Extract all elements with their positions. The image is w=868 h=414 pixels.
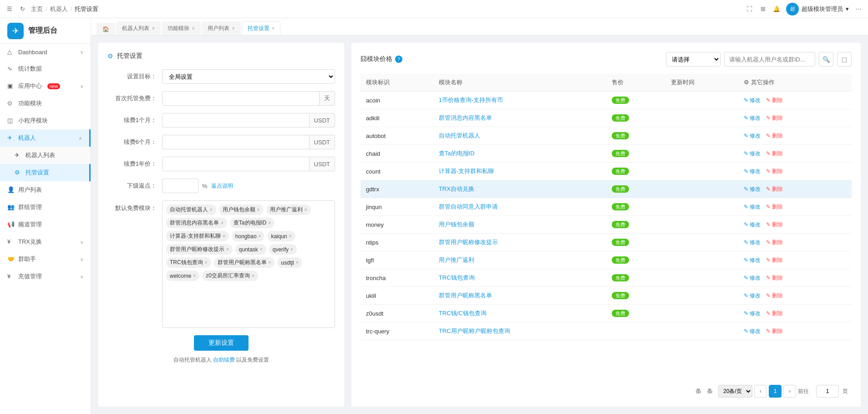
delete-link[interactable]: 删除	[766, 186, 783, 192]
tag-delete[interactable]: ×	[252, 273, 254, 278]
search-button[interactable]: 🔍	[819, 52, 833, 66]
page-size-select[interactable]: 20条/页 10条/页 50条/页	[718, 385, 752, 398]
delete-link[interactable]: 删除	[766, 221, 783, 228]
tab-hosting-close[interactable]: ×	[272, 26, 275, 31]
free-modules-container[interactable]: 自动托管机器人×用户钱包余额×用户推广返利×群管消息内容黑名单×查Ta的电报ID…	[162, 200, 335, 328]
edit-link[interactable]: 修改	[744, 133, 761, 139]
update-button[interactable]: 更新设置	[194, 335, 249, 351]
tag-delete[interactable]: ×	[269, 260, 271, 265]
edit-link[interactable]: 修改	[744, 275, 761, 281]
breadcrumb-robot[interactable]: 机器人	[50, 5, 68, 13]
sidebar-item-hosting[interactable]: ⚙ 托管设置	[0, 164, 91, 181]
prev-page-btn[interactable]: ‹	[754, 385, 767, 398]
renew1m-input[interactable]: 5	[162, 113, 310, 128]
tag-delete[interactable]: ×	[257, 207, 260, 212]
tab-hosting[interactable]: 托管设置 ×	[242, 21, 281, 35]
search-input[interactable]	[724, 52, 815, 66]
edit-link[interactable]: 修改	[744, 239, 761, 245]
refresh-icon[interactable]: ↻	[18, 5, 26, 13]
export-button[interactable]: ⬚	[837, 52, 852, 66]
edit-link[interactable]: 修改	[744, 292, 761, 299]
delete-link[interactable]: 删除	[766, 328, 783, 334]
tab-func-module[interactable]: 功能模块 ×	[162, 21, 201, 35]
tag-delete[interactable]: ×	[290, 247, 293, 252]
delete-link[interactable]: 删除	[766, 310, 783, 317]
sidebar-item-channel[interactable]: 📢 频道管理	[0, 216, 91, 233]
sidebar-item-mini-module[interactable]: ◫ 小程序模块	[0, 112, 91, 129]
module-link[interactable]: 群管用户昵称修改提示	[439, 239, 498, 245]
sidebar-item-stats[interactable]: ∿ 统计数据	[0, 60, 91, 77]
first-free-input[interactable]: 2	[162, 91, 320, 106]
tab-robot-list[interactable]: 机器人列表 ×	[116, 21, 161, 35]
edit-link[interactable]: 修改	[744, 310, 761, 317]
tag-delete[interactable]: ×	[226, 247, 229, 252]
delete-link[interactable]: 删除	[766, 150, 783, 157]
search-select[interactable]: 请选择	[666, 52, 721, 66]
target-select[interactable]: 全局设置	[162, 69, 335, 84]
tag-delete[interactable]: ×	[296, 260, 299, 265]
module-link[interactable]: TRC钱/C钱包查询	[439, 310, 487, 317]
tag-delete[interactable]: ×	[205, 260, 208, 265]
tag-delete[interactable]: ×	[289, 234, 292, 239]
tab-func-close[interactable]: ×	[192, 26, 195, 31]
sidebar-item-func-module[interactable]: ⊙ 功能模块	[0, 95, 91, 112]
renew1y-input[interactable]: 50	[162, 157, 310, 171]
edit-link[interactable]: 修改	[744, 257, 761, 263]
tag-delete[interactable]: ×	[193, 273, 196, 278]
delete-link[interactable]: 删除	[766, 204, 783, 210]
delete-link[interactable]: 删除	[766, 168, 783, 174]
tag-delete[interactable]: ×	[223, 234, 225, 239]
user-menu[interactable]: 超 超级模块管理员 ▾	[786, 3, 849, 15]
tab-home[interactable]: 🏠	[96, 23, 115, 35]
sidebar-item-robot-list[interactable]: ✈ 机器人列表	[0, 147, 91, 164]
sidebar-item-group-helper[interactable]: 🤝 群助手 ∨	[0, 250, 91, 268]
tag-delete[interactable]: ×	[210, 207, 213, 212]
module-link[interactable]: 群管自动同意入群申请	[439, 203, 498, 210]
module-link[interactable]: 用户钱包余额	[439, 221, 474, 228]
delete-link[interactable]: 删除	[766, 275, 783, 281]
breadcrumb-home[interactable]: 主页	[31, 5, 43, 13]
expand-icon[interactable]: ⛶	[745, 5, 753, 13]
module-link[interactable]: 计算器-支持群和私聊	[439, 168, 494, 174]
rebate-input[interactable]: 80	[162, 179, 198, 193]
renew6m-input[interactable]: 25	[162, 135, 310, 149]
goto-page-input[interactable]	[816, 385, 839, 398]
edit-link[interactable]: 修改	[744, 150, 761, 157]
tab-robot-list-close[interactable]: ×	[152, 26, 155, 31]
delete-link[interactable]: 删除	[766, 97, 783, 103]
tag-delete[interactable]: ×	[259, 234, 261, 239]
sidebar-item-app-center[interactable]: ▣ 应用中心 new ∨	[0, 77, 91, 95]
edit-link[interactable]: 修改	[744, 115, 761, 121]
bell-icon[interactable]: 🔔	[772, 5, 781, 13]
sidebar-item-recharge[interactable]: ¥ 充值管理 ∨	[0, 268, 91, 285]
delete-link[interactable]: 删除	[766, 133, 783, 139]
edit-link[interactable]: 修改	[744, 328, 761, 334]
module-link[interactable]: TRX自动兑换	[439, 185, 474, 192]
edit-link[interactable]: 修改	[744, 204, 761, 210]
next-page-btn[interactable]: ›	[783, 385, 796, 398]
sidebar-item-trx[interactable]: ¥ TRX兑换 ∨	[0, 233, 91, 250]
delete-link[interactable]: 删除	[766, 239, 783, 245]
rebate-link[interactable]: 返点说明	[211, 182, 233, 190]
module-link[interactable]: 群管消息内容黑名单	[439, 114, 492, 121]
page-1-btn[interactable]: 1	[769, 385, 782, 398]
delete-link[interactable]: 删除	[766, 115, 783, 121]
tab-user-list[interactable]: 用户列表 ×	[202, 21, 241, 35]
sidebar-item-robot[interactable]: ✈ 机器人 ∧	[0, 129, 91, 147]
edit-link[interactable]: 修改	[744, 97, 761, 103]
grid-icon[interactable]: ⊞	[759, 5, 767, 13]
module-link[interactable]: TRC用户昵称户昵称包查询	[439, 327, 510, 334]
sidebar-item-group-mgr[interactable]: 👥 群组管理	[0, 199, 91, 216]
menu-icon[interactable]: ☰	[5, 5, 14, 13]
tag-delete[interactable]: ×	[221, 220, 223, 225]
module-link[interactable]: 查Ta的电报ID	[439, 150, 475, 157]
module-link[interactable]: 群管用户昵称黑名单	[439, 292, 492, 299]
sidebar-item-dashboard[interactable]: △ Dashboard ∨	[0, 44, 91, 60]
sidebar-item-user-list[interactable]: 👤 用户列表	[0, 181, 91, 199]
tab-user-close[interactable]: ×	[232, 26, 235, 31]
module-link[interactable]: 用户推广返利	[439, 256, 474, 263]
module-link[interactable]: 自动托管机器人	[439, 132, 480, 139]
more-icon[interactable]: ⋯	[854, 5, 863, 13]
tag-delete[interactable]: ×	[305, 207, 307, 212]
delete-link[interactable]: 删除	[766, 292, 783, 299]
